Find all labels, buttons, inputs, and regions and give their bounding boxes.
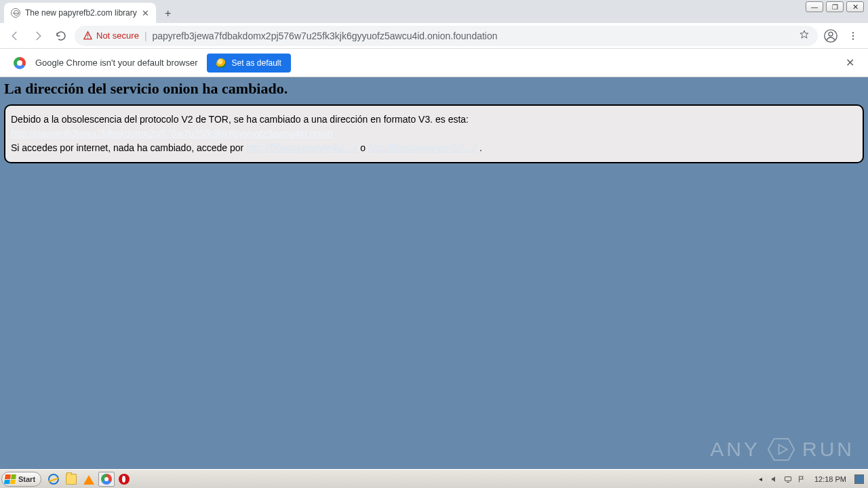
address-bar[interactable]: Not secure | papyrefb3jewa7fdbakdomx2pj5… bbox=[75, 26, 818, 46]
svg-marker-7 bbox=[768, 439, 795, 460]
infobar-close-button[interactable]: ✕ bbox=[846, 56, 854, 69]
new-tab-button[interactable]: + bbox=[159, 4, 178, 23]
notice-sep: o bbox=[357, 142, 368, 153]
watermark-text2: RUN bbox=[802, 438, 854, 461]
page-heading: La dirección del servicio onion ha cambi… bbox=[0, 77, 868, 100]
show-desktop-icon[interactable] bbox=[854, 474, 864, 484]
window-close-button[interactable]: ✕ bbox=[846, 1, 864, 12]
anyrun-watermark: ANY RUN bbox=[710, 435, 854, 464]
svg-rect-9 bbox=[785, 476, 791, 481]
taskbar: Start ◂ 12:18 PM bbox=[0, 469, 868, 488]
reload-button[interactable] bbox=[52, 26, 71, 45]
not-secure-indicator[interactable]: Not secure bbox=[83, 30, 139, 41]
forward-button[interactable] bbox=[28, 26, 47, 45]
volume-icon[interactable] bbox=[770, 474, 779, 484]
notice-box: Debido a la obsolescencia del protocolo … bbox=[4, 104, 864, 163]
mirror-link-a[interactable]: http://flibusta/papyrefb2...s bbox=[246, 142, 357, 153]
watermark-text1: ANY bbox=[710, 438, 760, 461]
flag-icon[interactable] bbox=[797, 474, 806, 484]
tab-close-button[interactable]: ✕ bbox=[142, 8, 149, 18]
browser-tab[interactable]: The new papyrefb2.com library ✕ bbox=[4, 3, 156, 23]
mirror-link-b[interactable]: httpsflibusta/papyrefb2...2 bbox=[368, 142, 477, 153]
svg-point-1 bbox=[87, 37, 88, 38]
opera-icon[interactable] bbox=[116, 472, 132, 487]
ie-icon[interactable] bbox=[45, 472, 62, 487]
chrome-taskbar-icon[interactable] bbox=[98, 472, 115, 487]
tab-strip: The new papyrefb2.com library ✕ + bbox=[0, 0, 868, 23]
set-default-button[interactable]: Set as default bbox=[207, 54, 290, 73]
system-tray: ◂ 12:18 PM bbox=[756, 474, 867, 484]
start-button[interactable]: Start bbox=[1, 472, 41, 487]
tray-expand-icon[interactable]: ◂ bbox=[756, 474, 766, 484]
chrome-window: The new papyrefb2.com library ✕ + Not se… bbox=[0, 0, 868, 469]
network-icon[interactable] bbox=[783, 474, 793, 484]
omnibox-separator: | bbox=[144, 30, 147, 41]
browser-toolbar: Not secure | papyrefb3jewa7fdbakdomx2pj5… bbox=[0, 23, 868, 49]
windows-flag-icon bbox=[4, 474, 16, 484]
bookmark-star-icon[interactable] bbox=[799, 29, 810, 42]
not-secure-label: Not secure bbox=[96, 30, 139, 41]
set-default-label: Set as default bbox=[231, 58, 281, 68]
svg-point-6 bbox=[852, 38, 854, 39]
default-browser-infobar: Google Chrome isn't your default browser… bbox=[0, 49, 868, 77]
svg-point-4 bbox=[852, 32, 854, 33]
back-button[interactable] bbox=[5, 26, 24, 45]
svg-point-3 bbox=[829, 32, 833, 36]
svg-point-5 bbox=[852, 35, 854, 36]
quicklaunch bbox=[45, 472, 132, 487]
kebab-menu-icon[interactable] bbox=[844, 26, 863, 45]
maximize-button[interactable]: ❐ bbox=[826, 1, 844, 12]
window-controls: — ❐ ✕ bbox=[806, 1, 864, 12]
globe-icon bbox=[11, 8, 20, 18]
minimize-button[interactable]: — bbox=[806, 1, 823, 12]
onion-link[interactable]: http://papyrefb3jewa7fdbakdomx2pj576w7u2… bbox=[11, 128, 333, 139]
url-text: papyrefb3jewa7fdbakdomx2pj576w7u25fk3kjk… bbox=[153, 30, 498, 41]
taskbar-clock[interactable]: 12:18 PM bbox=[810, 475, 850, 483]
explorer-icon[interactable] bbox=[63, 472, 79, 487]
page-content: La dirección del servicio onion ha cambi… bbox=[0, 77, 868, 469]
media-player-icon[interactable] bbox=[81, 472, 97, 487]
notice-line2a: Si accedes por internet, nada ha cambiad… bbox=[11, 142, 246, 153]
start-label: Start bbox=[18, 475, 35, 483]
notice-tail: . bbox=[477, 142, 482, 153]
play-hex-icon bbox=[767, 435, 795, 464]
chrome-logo-icon bbox=[14, 57, 26, 69]
shield-icon bbox=[216, 58, 226, 68]
infobar-message: Google Chrome isn't your default browser bbox=[35, 58, 197, 68]
svg-marker-8 bbox=[779, 445, 787, 454]
notice-line1: Debido a la obsolescencia del protocolo … bbox=[11, 113, 857, 127]
tab-title: The new papyrefb2.com library bbox=[25, 8, 137, 18]
profile-avatar-icon[interactable] bbox=[822, 27, 840, 45]
